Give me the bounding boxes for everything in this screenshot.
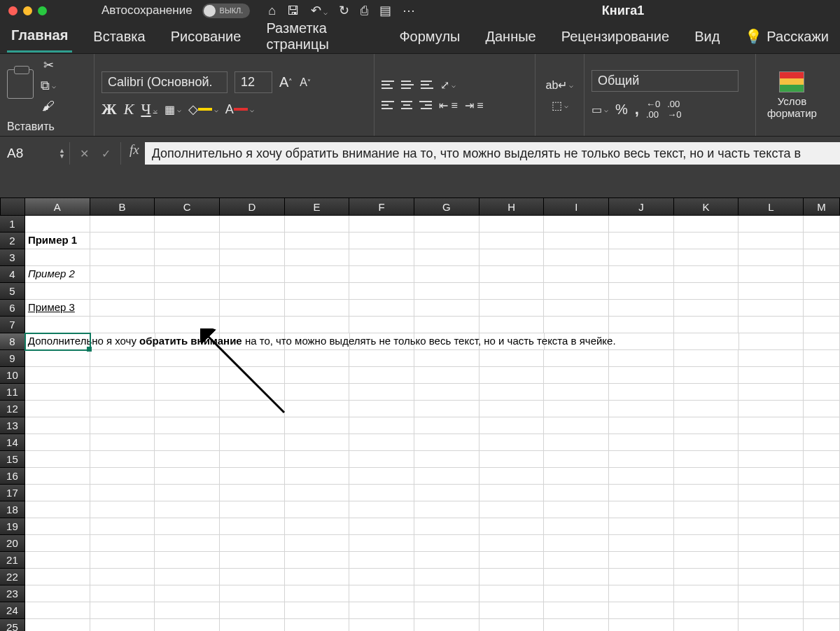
cell-K8[interactable]	[674, 333, 739, 350]
cell-D3[interactable]	[220, 249, 285, 266]
column-header-F[interactable]: F	[349, 197, 414, 216]
cell-C19[interactable]	[155, 518, 220, 535]
cell-K19[interactable]	[674, 518, 739, 535]
cell-G6[interactable]	[414, 300, 479, 317]
cell-H13[interactable]	[479, 417, 545, 434]
cell-G15[interactable]	[414, 451, 479, 468]
cell-H25[interactable]	[479, 619, 545, 631]
cell-G10[interactable]	[414, 367, 479, 384]
cell-H11[interactable]	[479, 384, 545, 401]
cell-F11[interactable]	[349, 384, 414, 401]
cell-K20[interactable]	[674, 535, 739, 552]
cell-C13[interactable]	[155, 417, 220, 434]
cell-I15[interactable]	[544, 451, 609, 468]
cell-A21[interactable]	[25, 552, 90, 569]
row-header-10[interactable]: 10	[0, 367, 25, 384]
cell-F2[interactable]	[349, 233, 414, 249]
cell-L4[interactable]	[738, 266, 804, 283]
select-all-corner[interactable]	[0, 197, 25, 216]
cell-E9[interactable]	[285, 350, 350, 367]
increase-indent-icon[interactable]: ⇥ ≡	[465, 99, 484, 112]
cell-A13[interactable]	[25, 417, 90, 434]
cell-F23[interactable]	[349, 585, 414, 602]
cell-B13[interactable]	[90, 417, 155, 434]
cell-I16[interactable]	[544, 468, 609, 485]
cell-A3[interactable]	[25, 249, 90, 266]
cell-K25[interactable]	[674, 619, 739, 631]
cell-G25[interactable]	[414, 619, 479, 631]
cell-H9[interactable]	[479, 350, 545, 367]
column-header-H[interactable]: H	[479, 197, 545, 216]
cell-J4[interactable]	[609, 266, 674, 283]
cell-F14[interactable]	[349, 434, 414, 451]
cell-A7[interactable]	[25, 317, 90, 333]
cell-L22[interactable]	[738, 569, 804, 585]
cell-H4[interactable]	[479, 266, 545, 283]
wrap-text-icon[interactable]: ab↵	[542, 78, 577, 92]
cell-C12[interactable]	[155, 401, 220, 417]
format-painter-icon[interactable]: 🖌	[41, 99, 56, 113]
cell-D13[interactable]	[220, 417, 285, 434]
cell-C21[interactable]	[155, 552, 220, 569]
cell-L14[interactable]	[738, 434, 804, 451]
cell-D16[interactable]	[220, 468, 285, 485]
column-header-L[interactable]: L	[738, 197, 804, 216]
cell-E23[interactable]	[285, 585, 350, 602]
cell-G18[interactable]	[414, 501, 479, 518]
cell-K5[interactable]	[674, 283, 739, 300]
cell-A1[interactable]	[25, 216, 90, 233]
cell-M24[interactable]	[804, 602, 840, 619]
row-header-14[interactable]: 14	[0, 434, 25, 451]
column-header-A[interactable]: A	[25, 197, 90, 216]
cell-F4[interactable]	[349, 266, 414, 283]
cell-E12[interactable]	[285, 401, 350, 417]
cell-M25[interactable]	[804, 619, 840, 631]
cell-M5[interactable]	[804, 283, 840, 300]
cell-B16[interactable]	[90, 468, 155, 485]
cell-M22[interactable]	[804, 569, 840, 585]
cell-J6[interactable]	[609, 300, 674, 317]
cell-H5[interactable]	[479, 283, 545, 300]
align-top-icon[interactable]	[382, 81, 394, 89]
cell-K4[interactable]	[674, 266, 739, 283]
row-header-22[interactable]: 22	[0, 569, 25, 585]
row-header-15[interactable]: 15	[0, 451, 25, 468]
cell-I18[interactable]	[544, 501, 609, 518]
cell-L1[interactable]	[738, 216, 804, 233]
cell-E18[interactable]	[285, 501, 350, 518]
cell-K18[interactable]	[674, 501, 739, 518]
cell-H21[interactable]	[479, 552, 545, 569]
cell-B20[interactable]	[90, 535, 155, 552]
cell-J3[interactable]	[609, 249, 674, 266]
cell-B19[interactable]	[90, 518, 155, 535]
cell-D23[interactable]	[220, 585, 285, 602]
cell-I23[interactable]	[544, 585, 609, 602]
cell-K9[interactable]	[674, 350, 739, 367]
orientation-icon[interactable]: ⤢	[440, 78, 456, 92]
column-header-J[interactable]: J	[609, 197, 674, 216]
cell-E11[interactable]	[285, 384, 350, 401]
cell-M9[interactable]	[804, 350, 840, 367]
conditional-formatting-button[interactable]: Услов форматир	[763, 71, 821, 119]
cell-H7[interactable]	[479, 317, 545, 333]
cell-J18[interactable]	[609, 501, 674, 518]
cell-A25[interactable]	[25, 619, 90, 631]
cell-C5[interactable]	[155, 283, 220, 300]
cell-D9[interactable]	[220, 350, 285, 367]
cell-C25[interactable]	[155, 619, 220, 631]
cell-D4[interactable]	[220, 266, 285, 283]
column-header-I[interactable]: I	[544, 197, 609, 216]
cell-B18[interactable]	[90, 501, 155, 518]
cell-M3[interactable]	[804, 249, 840, 266]
cell-L25[interactable]	[738, 619, 804, 631]
cell-G11[interactable]	[414, 384, 479, 401]
cell-A4[interactable]: Пример 2	[25, 266, 90, 283]
cell-E22[interactable]	[285, 569, 350, 585]
cell-M8[interactable]	[804, 333, 840, 350]
cell-I14[interactable]	[544, 434, 609, 451]
cell-C1[interactable]	[155, 216, 220, 233]
cell-E7[interactable]	[285, 317, 350, 333]
cell-D25[interactable]	[220, 619, 285, 631]
row-header-2[interactable]: 2	[0, 233, 25, 249]
row-header-24[interactable]: 24	[0, 602, 25, 619]
